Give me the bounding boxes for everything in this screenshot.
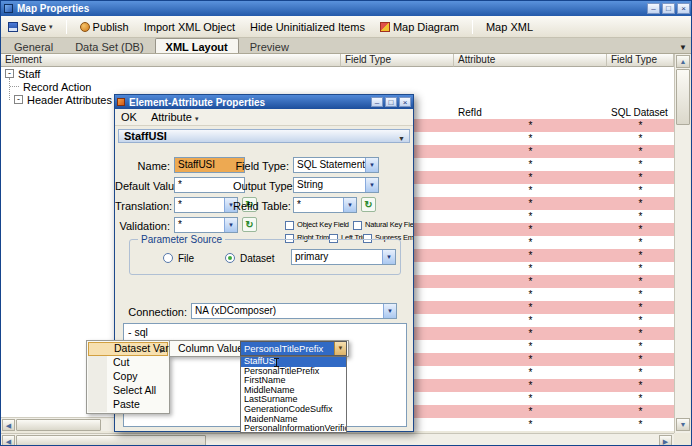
collapse-icon[interactable]: - <box>5 69 14 78</box>
chevron-down-icon[interactable]: ▼ <box>343 198 356 212</box>
chevron-down-icon[interactable]: ▾ <box>49 23 53 31</box>
chevron-down-icon[interactable]: ▼ <box>224 218 237 232</box>
scroll-left-icon[interactable]: ◀ <box>2 419 15 431</box>
column-header-attribute[interactable]: Attribute <box>454 54 607 67</box>
output-type-combo[interactable]: String▼ <box>293 177 379 193</box>
chevron-down-icon[interactable]: ▼ <box>365 158 378 172</box>
minimize-icon[interactable]: – <box>647 3 660 14</box>
chevron-down-icon[interactable]: ▼ <box>383 304 396 318</box>
column-value-option[interactable]: PersonalInformationVerificationType <box>241 424 346 433</box>
attribute-menu-item[interactable]: Attribute ▾ <box>151 111 199 123</box>
column-value-option[interactable]: LastSurname <box>241 395 346 405</box>
dataset-radio[interactable] <box>225 253 235 263</box>
staffusi-section-bar[interactable]: StaffUSI ▼ <box>118 129 410 143</box>
window-title: Map Properties <box>17 3 647 14</box>
tree-item-record-action[interactable]: Record Action <box>23 81 91 93</box>
collapse-icon[interactable]: - <box>14 95 23 104</box>
publish-button[interactable]: Publish <box>78 20 131 34</box>
chevron-down-icon[interactable]: ▼ <box>382 250 395 264</box>
scroll-thumb[interactable] <box>676 69 690 125</box>
dataset-combo[interactable]: primary▼ <box>291 249 396 265</box>
context-menu-item[interactable]: Select All <box>88 384 168 398</box>
field-type-cell: * <box>607 353 674 366</box>
tab-data-set-db[interactable]: Data Set (DB) <box>64 38 154 53</box>
scroll-thumb[interactable] <box>16 419 101 431</box>
horizontal-scrollbar[interactable]: ◀ ▶ <box>1 433 674 446</box>
import-xml-object-button[interactable]: Import XML Object <box>142 20 237 34</box>
chevron-down-icon[interactable]: ▼ <box>398 133 405 145</box>
natural-key-field-checkbox[interactable] <box>353 221 362 230</box>
attribute-cell: * <box>454 145 607 158</box>
map-diagram-label: Map Diagram <box>393 21 459 33</box>
sql-section-header[interactable]: - sql <box>128 326 148 338</box>
context-menu-item[interactable]: Cut <box>88 356 168 370</box>
attribute-cell: * <box>454 418 607 431</box>
attribute-cell: * <box>454 353 607 366</box>
field-type-cell: SQL Dataset <box>607 106 674 119</box>
maximize-icon[interactable]: □ <box>385 97 397 107</box>
file-radio[interactable] <box>163 253 173 263</box>
object-key-field-checkbox[interactable] <box>285 221 294 230</box>
tab-general[interactable]: General <box>3 38 64 53</box>
refresh-icon[interactable]: ↻ <box>361 197 376 212</box>
context-menu-item[interactable]: Copy <box>88 370 168 384</box>
column-value-option[interactable]: GenerationCodeSuffix <box>241 405 346 415</box>
map-diagram-button[interactable]: Map Diagram <box>378 20 461 34</box>
minimize-icon[interactable]: – <box>371 97 383 107</box>
maximize-icon[interactable]: □ <box>662 3 675 14</box>
column-header-field-type-1[interactable]: Field Type <box>341 54 454 67</box>
scroll-thumb[interactable] <box>16 435 206 446</box>
connection-combo[interactable]: NA (xDComposer)▼ <box>191 303 397 319</box>
tree-connector <box>10 86 19 87</box>
column-header-field-type-2[interactable]: Field Type <box>607 54 674 67</box>
map-properties-window: Map Properties – □ × Save ▾ Publish Impo… <box>0 0 692 446</box>
scroll-right-icon[interactable]: ▶ <box>659 435 672 446</box>
refid-table-value: * <box>297 199 301 210</box>
translation-combo[interactable]: *▼ <box>174 197 238 213</box>
scroll-left-icon[interactable]: ◀ <box>2 435 15 446</box>
dataset-radio-label[interactable]: Dataset <box>240 253 274 264</box>
validation-combo[interactable]: *▼ <box>174 217 238 233</box>
column-value-combo[interactable]: PersonalTitlePrefix ▼ <box>240 341 347 356</box>
close-icon[interactable]: × <box>399 97 411 107</box>
field-type-cell: * <box>607 418 674 431</box>
column-value-option[interactable]: FirstName <box>241 376 346 386</box>
context-menu-item[interactable]: Dataset Variable <box>88 342 168 356</box>
map-xml-button[interactable]: Map XML <box>484 20 535 34</box>
column-value-option[interactable]: StaffUSI <box>241 357 346 367</box>
attribute-cell: RefId <box>454 106 607 119</box>
chevron-down-icon[interactable]: ▼ <box>334 342 346 355</box>
tab-preview[interactable]: Preview <box>239 38 300 53</box>
column-value-option[interactable]: MiddleName <box>241 386 346 396</box>
attribute-cell: * <box>454 366 607 379</box>
scroll-up-icon[interactable]: ▲ <box>676 55 690 68</box>
attribute-cell: * <box>454 184 607 197</box>
save-button[interactable]: Save ▾ <box>6 20 55 34</box>
dialog-titlebar[interactable]: Element-Attribute Properties – □ × <box>115 95 413 109</box>
tab-xml-layout[interactable]: XML Layout <box>155 38 239 53</box>
column-value-option[interactable]: MaidenName <box>241 415 346 425</box>
tree-item-header-attributes[interactable]: Header Attributes <box>27 94 112 106</box>
connection-value: NA (xDComposer) <box>195 305 276 316</box>
refresh-icon[interactable]: ↻ <box>242 217 257 232</box>
close-icon[interactable]: × <box>677 3 690 14</box>
field-type-combo[interactable]: SQL Statement▼ <box>293 157 379 173</box>
column-value-label[interactable]: Column Value <box>178 342 243 354</box>
attribute-cell: * <box>454 158 607 171</box>
column-value-option[interactable]: PersonalTitlePrefix <box>241 367 346 377</box>
chevron-down-icon[interactable]: ▼ <box>365 178 378 192</box>
refid-table-combo[interactable]: *▼ <box>293 197 357 213</box>
tab-overflow-icon[interactable]: ▼ <box>679 43 687 52</box>
window-titlebar[interactable]: Map Properties – □ × <box>1 1 692 16</box>
column-header-element[interactable]: Element <box>1 54 341 67</box>
ok-menu-item[interactable]: OK <box>121 111 137 123</box>
tree-item-staff[interactable]: Staff <box>18 68 40 80</box>
scroll-down-icon[interactable]: ▼ <box>676 418 690 431</box>
vertical-scrollbar[interactable]: ▲ ▼ <box>674 54 690 433</box>
toolbar: Save ▾ Publish Import XML Object Hide Un… <box>1 16 692 38</box>
field-type-cell: * <box>607 249 674 262</box>
object-key-field-label: Object Key Field <box>297 220 349 230</box>
file-radio-label[interactable]: File <box>178 253 194 264</box>
hide-uninitialized-items-button[interactable]: Hide Uninitialized Items <box>248 20 367 34</box>
context-menu-item[interactable]: Paste <box>88 398 168 412</box>
